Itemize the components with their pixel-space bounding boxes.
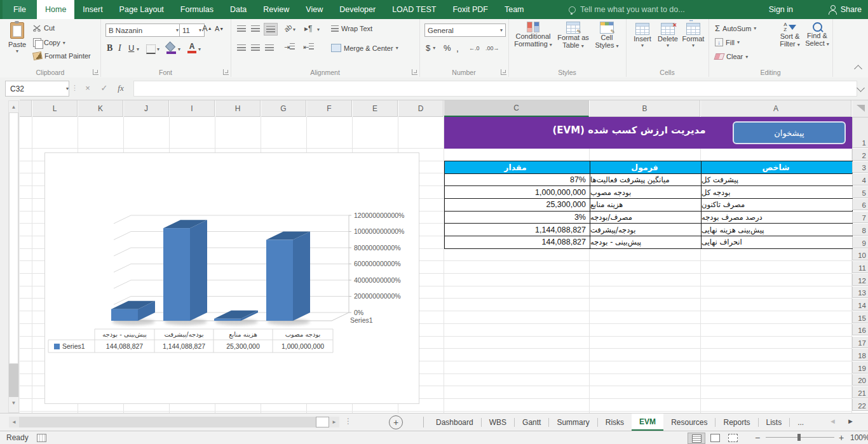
expand-formula-bar-icon[interactable]	[857, 84, 865, 92]
zoom-out-icon[interactable]: −	[755, 433, 760, 443]
collapse-ribbon-icon[interactable]	[854, 65, 862, 73]
decrease-decimal-button[interactable]: .00→	[485, 45, 499, 51]
file-tab[interactable]: File	[3, 0, 37, 19]
table-header-indicator[interactable]: شاخص	[702, 161, 853, 174]
col-header-B[interactable]: B	[590, 100, 700, 117]
borders-icon[interactable]	[146, 44, 156, 54]
wrap-text-button[interactable]: Wrap Text	[331, 25, 372, 32]
col-header-J[interactable]: J	[124, 100, 169, 117]
macro-record-icon[interactable]	[37, 434, 46, 442]
conditional-formatting-button[interactable]: Conditional Formatting ▾	[513, 22, 553, 48]
col-header-G[interactable]: G	[261, 100, 306, 117]
ribbon-tab-insert[interactable]: Insert	[74, 0, 111, 19]
cell-formula[interactable]: هزینه منابع	[590, 199, 702, 212]
col-header-I[interactable]: I	[170, 100, 215, 117]
insert-function-icon[interactable]: fx	[113, 81, 128, 95]
row-header-4[interactable]: 4	[852, 173, 868, 185]
bold-button[interactable]: B	[107, 43, 112, 53]
format-cells-button[interactable]: ↔ Format▾	[681, 23, 705, 48]
fill-color-button[interactable]	[166, 43, 176, 54]
cell-indicator[interactable]: درصد مصرف بودجه	[702, 212, 853, 224]
row-header-5[interactable]: 5	[852, 186, 868, 198]
borders-dropdown[interactable]: ▾	[157, 46, 159, 52]
normal-view-button[interactable]	[688, 433, 705, 444]
zoom-in-icon[interactable]: +	[839, 433, 844, 443]
sheet-tab-[interactable]: ...	[790, 414, 811, 431]
sheet-tab-resources[interactable]: Resources	[663, 414, 715, 431]
hscroll-right-icon[interactable]: ►	[329, 417, 339, 427]
cancel-entry-icon[interactable]: ×	[80, 81, 95, 95]
fill-button[interactable]: ↓ Fill▾	[715, 38, 740, 46]
evm-chart[interactable]: 0%20000000000%40000000000%60000000000%80…	[44, 152, 419, 404]
tabs-scroll-left-icon[interactable]: ◄	[829, 417, 836, 425]
cell-indicator[interactable]: پیشرفت کل	[702, 174, 853, 187]
text-direction-icon[interactable]: ▸¶	[304, 24, 312, 33]
align-center-icon[interactable]	[251, 44, 260, 51]
ribbon-tab-formulas[interactable]: Formulas	[172, 0, 222, 19]
row-header-17[interactable]: 17	[852, 337, 868, 349]
bar-series1-cat3[interactable]	[266, 240, 293, 321]
row-header-3[interactable]: 3	[852, 161, 868, 173]
delete-cells-button[interactable]: × Delete▾	[656, 23, 680, 48]
row-header-18[interactable]: 18	[852, 349, 868, 361]
tell-me-box[interactable]: Tell me what you want to do...	[569, 0, 685, 19]
col-header-K[interactable]: K	[78, 100, 123, 117]
tabs-scroll-right-icon[interactable]: ►	[847, 417, 854, 425]
sign-in-button[interactable]: Sign in	[769, 0, 793, 19]
decrease-indent-icon[interactable]: ⇤	[303, 43, 314, 51]
select-all-corner[interactable]	[852, 100, 868, 118]
text-direction-dropdown[interactable]: ▾	[317, 27, 320, 32]
confirm-entry-icon[interactable]: ✓	[97, 81, 112, 95]
page-layout-view-button[interactable]	[707, 433, 723, 443]
underline-button[interactable]: U	[128, 43, 134, 53]
align-top-icon[interactable]	[237, 25, 246, 32]
cell-value[interactable]: 1,000,000,000	[445, 186, 590, 199]
vscroll-thumb[interactable]	[9, 112, 18, 364]
ribbon-tab-team[interactable]: Team	[496, 0, 532, 19]
col-header-C[interactable]: C	[444, 100, 589, 117]
formula-input[interactable]	[133, 81, 857, 97]
cell-indicator[interactable]: مصرف تاکنون	[702, 199, 853, 212]
sheet-tab-dashboard[interactable]: Dashboard	[428, 414, 481, 431]
row-header-12[interactable]: 12	[852, 274, 868, 286]
increase-decimal-button[interactable]: ←.0	[469, 45, 480, 51]
row-header-16[interactable]: 16	[852, 324, 868, 336]
ribbon-tab-developer[interactable]: Developer	[331, 0, 384, 19]
row-header-19[interactable]: 19	[852, 361, 868, 373]
vscroll-track[interactable]	[9, 364, 18, 397]
align-left-icon[interactable]	[237, 44, 246, 51]
row-header-10[interactable]: 10	[852, 249, 868, 261]
align-right-icon[interactable]	[265, 44, 274, 51]
namebox-splitter[interactable]: ⋮	[71, 84, 78, 92]
ribbon-tab-review[interactable]: Review	[255, 0, 297, 19]
ribbon-tab-page-layout[interactable]: Page Layout	[111, 0, 172, 19]
underline-dropdown[interactable]: ▾	[137, 46, 139, 52]
clipboard-dialog-launcher[interactable]	[93, 69, 98, 75]
col-header-L[interactable]: L	[32, 100, 78, 117]
row-header-15[interactable]: 15	[852, 311, 868, 323]
sheet-tab-reports[interactable]: Reports	[715, 414, 757, 431]
fill-color-dropdown[interactable]: ▾	[178, 46, 180, 52]
col-header-partial[interactable]	[20, 100, 32, 117]
sheet-tab-wbs[interactable]: WBS	[482, 414, 514, 431]
orientation-icon[interactable]: ab	[283, 23, 294, 34]
page-break-view-button[interactable]	[724, 433, 741, 443]
format-painter-button[interactable]: Format Painter	[33, 52, 91, 60]
cell-value[interactable]: 1,144,088,827	[445, 224, 590, 236]
cell-value[interactable]: 144,088,827	[445, 236, 590, 249]
cell-formula[interactable]: مصرف/بودجه	[590, 212, 702, 224]
decrease-font-icon[interactable]: A▼	[215, 25, 224, 32]
paste-button[interactable]: Paste ▾	[5, 22, 29, 54]
cell-formula[interactable]: میانگین پیشرفت فعالیت‌ها	[590, 174, 702, 187]
cut-button[interactable]: Cut	[33, 24, 55, 32]
share-button[interactable]: Share	[828, 0, 862, 19]
row-header-6[interactable]: 6	[852, 199, 868, 211]
new-sheet-icon[interactable]: +	[389, 415, 403, 429]
tab-splitter[interactable]: ⋮	[344, 417, 352, 426]
zoom-level[interactable]: 100%	[850, 433, 868, 442]
ribbon-tab-foxit-pdf[interactable]: Foxit PDF	[444, 0, 496, 19]
scroll-down-icon[interactable]: ▼	[9, 397, 18, 408]
sheet-tab-lists[interactable]: Lists	[759, 414, 790, 431]
increase-font-icon[interactable]: A▲	[202, 24, 212, 33]
row-header-8[interactable]: 8	[852, 224, 868, 236]
